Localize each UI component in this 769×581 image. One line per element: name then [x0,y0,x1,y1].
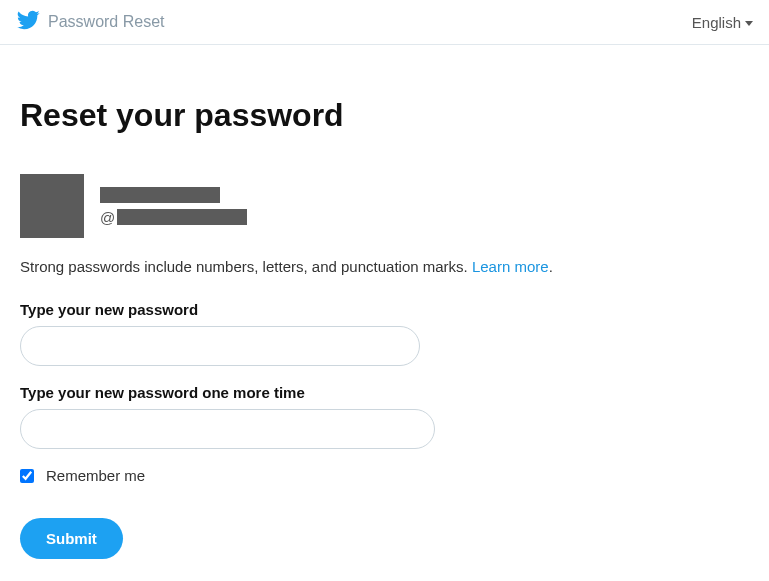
submit-button[interactable]: Submit [20,518,123,559]
learn-more-link[interactable]: Learn more [472,258,549,275]
password-confirm-field-group: Type your new password one more time [20,384,720,449]
password-field-group: Type your new password [20,301,720,366]
language-selector[interactable]: English [692,14,753,31]
main-content: Reset your password @ Strong passwords i… [0,45,740,581]
redacted-display-name [100,187,220,203]
hint-period: . [549,258,553,275]
redacted-handle-row: @ [100,209,247,226]
remember-me-label[interactable]: Remember me [46,467,145,484]
password-label: Type your new password [20,301,720,318]
topbar: Password Reset English [0,0,769,45]
topbar-title: Password Reset [48,13,165,31]
password-input[interactable] [20,326,420,366]
at-symbol: @ [100,209,115,226]
page-title: Reset your password [20,97,720,134]
twitter-bird-icon [16,8,40,36]
redacted-handle [117,209,247,225]
avatar [20,174,84,238]
remember-me-row: Remember me [20,467,720,484]
password-confirm-input[interactable] [20,409,435,449]
user-block: @ [20,174,720,238]
chevron-down-icon [745,21,753,26]
password-hint: Strong passwords include numbers, letter… [20,258,720,275]
password-confirm-label: Type your new password one more time [20,384,720,401]
hint-text: Strong passwords include numbers, letter… [20,258,472,275]
topbar-left: Password Reset [16,8,165,36]
language-label: English [692,14,741,31]
remember-me-checkbox[interactable] [20,469,34,483]
user-meta: @ [100,187,247,226]
